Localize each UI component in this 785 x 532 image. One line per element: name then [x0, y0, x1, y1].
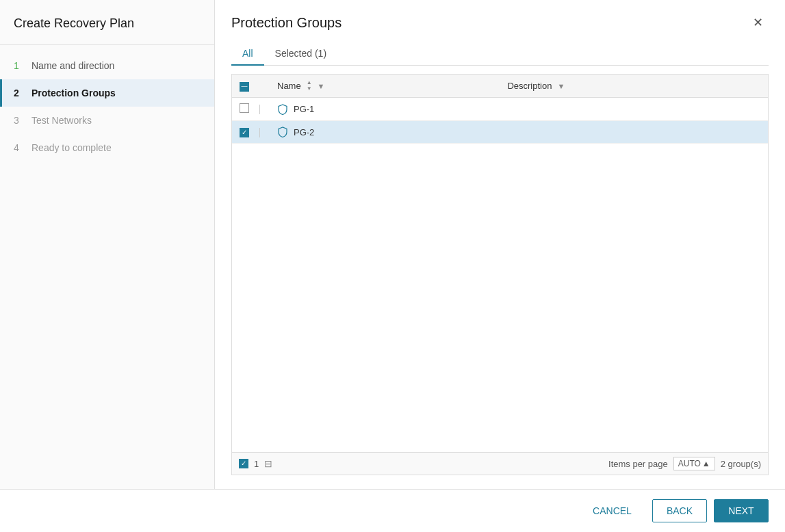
col-header-description[interactable]: Description ▼	[500, 75, 768, 98]
col-header-name[interactable]: Name ▲ ▼ ▼	[270, 75, 500, 98]
row-pg2-description	[500, 121, 768, 144]
footer-selected-count: 1	[254, 459, 259, 469]
table-row[interactable]: PG-2	[232, 121, 768, 144]
name-sort-icons[interactable]: ▲ ▼	[307, 80, 312, 92]
tab-all[interactable]: All	[231, 42, 264, 66]
footer-checkbox[interactable]	[239, 459, 248, 468]
col-separator	[259, 128, 260, 137]
col-header-checkbox[interactable]	[232, 75, 257, 98]
row-pg2-sep	[257, 121, 270, 144]
row-pg1-name-cell[interactable]: PG-1	[270, 98, 500, 121]
row-pg1-name: PG-1	[294, 104, 314, 114]
sidebar-item-test-networks[interactable]: 3 Test Networks	[0, 107, 214, 134]
step-4-num: 4	[14, 142, 25, 153]
description-filter-icon[interactable]: ▼	[557, 82, 565, 90]
sidebar: Create Recovery Plan 1 Name and directio…	[0, 0, 215, 489]
step-1-num: 1	[14, 60, 25, 71]
main-header: Protection Groups ✕	[231, 14, 769, 31]
protection-groups-table: Name ▲ ▼ ▼ Description	[231, 74, 769, 453]
main-content: Protection Groups ✕ All Selected (1)	[215, 0, 785, 489]
step-4-label: Ready to complete	[31, 142, 112, 153]
table-header-row: Name ▲ ▼ ▼ Description	[232, 75, 768, 98]
sidebar-item-name-direction[interactable]: 1 Name and direction	[0, 52, 214, 79]
step-1-label: Name and direction	[31, 60, 114, 71]
protection-group-icon	[277, 104, 288, 115]
sidebar-title: Create Recovery Plan	[0, 16, 214, 45]
row-pg2-checkbox[interactable]	[240, 128, 249, 137]
cancel-button[interactable]: CANCEL	[579, 500, 645, 522]
sidebar-item-protection-groups[interactable]: 2 Protection Groups	[0, 79, 214, 107]
footer-grid-icon: ⊟	[264, 458, 272, 469]
step-2-label: Protection Groups	[31, 88, 116, 98]
sidebar-item-ready-to-complete[interactable]: 4 Ready to complete	[0, 134, 214, 161]
row-pg2-name-cell[interactable]: PG-2	[270, 121, 500, 144]
table-footer: 1 ⊟ Items per page AUTO ▲ 2 group(s)	[231, 453, 769, 475]
next-button[interactable]: NEXT	[714, 499, 769, 522]
tabs: All Selected (1)	[231, 42, 769, 66]
row-pg2-checkbox-cell[interactable]	[232, 121, 257, 144]
modal-create-recovery-plan: Create Recovery Plan 1 Name and directio…	[0, 0, 785, 532]
row-pg1-checkbox[interactable]	[240, 103, 249, 113]
back-button[interactable]: BACK	[652, 499, 707, 522]
name-filter-icon[interactable]: ▼	[318, 82, 325, 90]
auto-label: AUTO	[678, 459, 701, 468]
protection-group-icon	[277, 127, 288, 137]
main-title: Protection Groups	[231, 15, 342, 31]
table-row[interactable]: PG-1	[232, 98, 768, 121]
col-header-sep	[257, 75, 270, 98]
row-pg1-description	[500, 98, 768, 121]
items-per-page-select[interactable]: AUTO ▲	[673, 457, 715, 470]
select-all-checkbox[interactable]	[240, 82, 249, 92]
items-per-page-chevron: ▲	[702, 459, 710, 468]
items-per-page-label: Items per page	[608, 459, 668, 469]
step-3-label: Test Networks	[31, 115, 92, 126]
row-pg2-name: PG-2	[294, 127, 314, 137]
col-separator	[259, 105, 260, 114]
groups-count: 2 group(s)	[721, 459, 761, 469]
footer-left: 1 ⊟	[239, 458, 272, 469]
step-3-num: 3	[14, 115, 25, 126]
modal-footer: CANCEL BACK NEXT	[0, 489, 785, 532]
row-pg1-sep	[257, 98, 270, 121]
row-pg1-checkbox-cell[interactable]	[232, 98, 257, 121]
footer-right: Items per page AUTO ▲ 2 group(s)	[608, 457, 761, 470]
close-button[interactable]: ✕	[747, 14, 769, 31]
step-2-num: 2	[14, 88, 25, 98]
tab-selected[interactable]: Selected (1)	[264, 42, 337, 66]
modal-body: Create Recovery Plan 1 Name and directio…	[0, 0, 785, 489]
